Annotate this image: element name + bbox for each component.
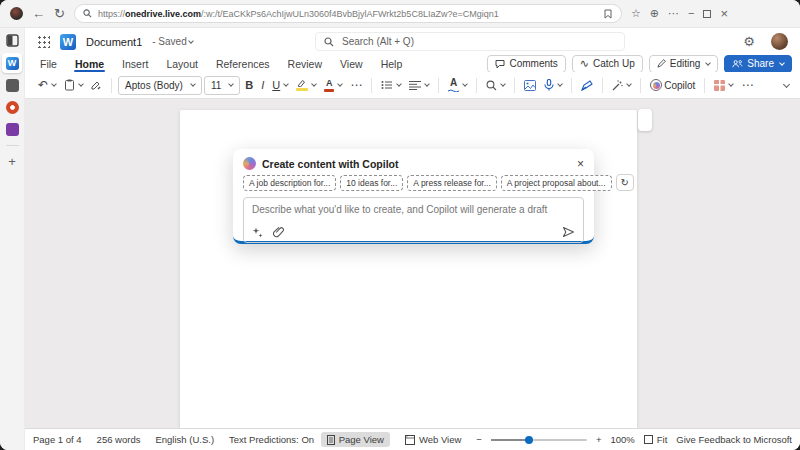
zoom-level[interactable]: 100%: [610, 434, 634, 445]
paste-button[interactable]: [61, 75, 86, 95]
tab-review[interactable]: Review: [279, 55, 331, 72]
chip-job-description[interactable]: A job description for...: [243, 175, 336, 191]
reload-icon[interactable]: ↻: [54, 7, 65, 20]
sparkle-icon[interactable]: [252, 227, 263, 238]
designer-button[interactable]: [711, 75, 736, 95]
rail-tab-word[interactable]: W: [2, 53, 22, 73]
tab-insert[interactable]: Insert: [113, 55, 157, 72]
chip-project-proposal[interactable]: A project proposal about...: [501, 175, 612, 191]
autofill-wand-button[interactable]: [609, 75, 634, 95]
copilot-dialog-header: Create content with Copilot ×: [233, 149, 594, 174]
status-right: Page View Web View − + 100% Fit Give Fee…: [321, 432, 792, 447]
more-toolbar-options-icon[interactable]: ⋯: [738, 75, 756, 95]
word-header: W Document1 - Saved ⚙: [25, 28, 800, 55]
font-color-icon: A: [324, 79, 334, 92]
pencil-icon: [657, 59, 666, 68]
web-view-icon: [405, 435, 415, 445]
underline-button[interactable]: U: [269, 75, 291, 95]
rail-tab-purple-app-icon[interactable]: [6, 123, 19, 136]
bold-button[interactable]: B: [242, 75, 256, 95]
comments-button[interactable]: Comments: [487, 55, 565, 73]
font-color-button[interactable]: A: [321, 75, 345, 95]
user-avatar[interactable]: [771, 33, 788, 50]
minimize-icon[interactable]: −: [688, 8, 694, 19]
document-title[interactable]: Document1: [86, 36, 142, 48]
zoom-in-icon[interactable]: +: [596, 434, 602, 445]
dialog-close-icon[interactable]: ×: [577, 158, 584, 170]
text-predictions-toggle[interactable]: Text Predictions: On: [229, 434, 314, 445]
more-font-options-icon[interactable]: ⋯: [347, 75, 365, 95]
editing-mode-button[interactable]: Editing: [649, 55, 719, 73]
browser-profile-avatar[interactable]: [10, 7, 23, 20]
save-status[interactable]: - Saved: [152, 36, 192, 47]
tab-view[interactable]: View: [331, 55, 372, 72]
feedback-link[interactable]: Give Feedback to Microsoft: [676, 434, 792, 445]
undo-button[interactable]: ↶: [35, 75, 59, 95]
find-button[interactable]: [483, 75, 508, 95]
browser-menu-icon[interactable]: ⋯: [668, 8, 679, 19]
new-tab-icon[interactable]: +: [8, 155, 16, 168]
magnifier-icon: [486, 80, 497, 91]
collapse-ribbon-icon[interactable]: [779, 75, 792, 95]
tab-help[interactable]: Help: [372, 55, 412, 72]
rail-tab-red-app-icon[interactable]: [6, 101, 19, 114]
chevron-down-icon: [779, 60, 785, 66]
address-bar[interactable]: https://onedrive.live.com/:w:/t/EaCKkPs6…: [74, 4, 622, 23]
tab-file[interactable]: File: [31, 55, 66, 72]
format-painter-button[interactable]: [88, 75, 105, 95]
tab-home[interactable]: Home: [66, 55, 113, 72]
italic-button[interactable]: I: [258, 75, 267, 95]
font-size-select[interactable]: 11: [204, 76, 240, 95]
chip-press-release[interactable]: A press release for...: [407, 175, 496, 191]
tabs-panel-icon[interactable]: [6, 34, 19, 47]
styles-button[interactable]: A: [445, 75, 470, 95]
bookmark-icon[interactable]: [603, 9, 613, 19]
rail-divider: [6, 145, 19, 146]
catch-up-button[interactable]: ∿ Catch Up: [572, 55, 643, 73]
rail-tab-gray-app-icon[interactable]: [6, 79, 19, 92]
favorites-icon[interactable]: ☆: [631, 8, 641, 19]
back-icon[interactable]: ←: [32, 7, 45, 20]
settings-gear-icon[interactable]: ⚙: [743, 35, 755, 48]
insert-image-button[interactable]: [521, 75, 539, 95]
dictate-button[interactable]: [541, 75, 565, 95]
word-logo-icon[interactable]: W: [60, 34, 76, 50]
fit-button[interactable]: Fit: [644, 434, 668, 445]
web-view-button[interactable]: Web View: [399, 432, 467, 447]
tab-references[interactable]: References: [207, 55, 279, 72]
highlight-button[interactable]: [293, 75, 319, 95]
alignment-button[interactable]: [406, 75, 432, 95]
editor-button[interactable]: [578, 75, 596, 95]
comment-icon: [495, 59, 505, 69]
font-name-select[interactable]: Aptos (Body): [118, 76, 202, 95]
url-text: https://onedrive.live.com/:w:/t/EaCKkPs6…: [98, 9, 499, 19]
share-button[interactable]: Share: [724, 55, 792, 73]
attach-file-icon[interactable]: [273, 226, 284, 238]
search-box[interactable]: [315, 32, 625, 51]
zoom-out-icon[interactable]: −: [476, 434, 482, 445]
app-launcher-icon[interactable]: [37, 35, 50, 48]
language-selector[interactable]: English (U.S.): [155, 434, 214, 445]
zoom-slider-handle[interactable]: [525, 436, 533, 444]
chip-ideas[interactable]: 10 ideas for...: [340, 175, 403, 191]
editor-pen-icon: [581, 80, 593, 91]
maximize-icon[interactable]: [703, 10, 711, 18]
page-count[interactable]: Page 1 of 4: [33, 434, 82, 445]
search-input[interactable]: [340, 35, 616, 48]
bullets-button[interactable]: [378, 75, 404, 95]
refresh-suggestions-icon[interactable]: ↻: [616, 174, 634, 191]
copilot-prompt-box[interactable]: [243, 197, 584, 243]
send-icon[interactable]: [562, 226, 575, 238]
zoom-slider[interactable]: [491, 439, 587, 441]
word-count[interactable]: 256 words: [97, 434, 141, 445]
ribbon-tabs: File Home Insert Layout References Revie…: [25, 55, 800, 72]
prompt-toolbar: [252, 226, 575, 238]
tab-layout[interactable]: Layout: [157, 55, 207, 72]
scrollbar-thumb[interactable]: [638, 109, 652, 131]
word-icon: W: [6, 57, 19, 70]
close-icon[interactable]: ×: [720, 7, 728, 20]
copilot-button[interactable]: Copilot: [647, 75, 698, 95]
page-view-button[interactable]: Page View: [321, 432, 390, 447]
collections-icon[interactable]: ⊕: [650, 8, 659, 19]
copilot-prompt-input[interactable]: [244, 198, 583, 224]
